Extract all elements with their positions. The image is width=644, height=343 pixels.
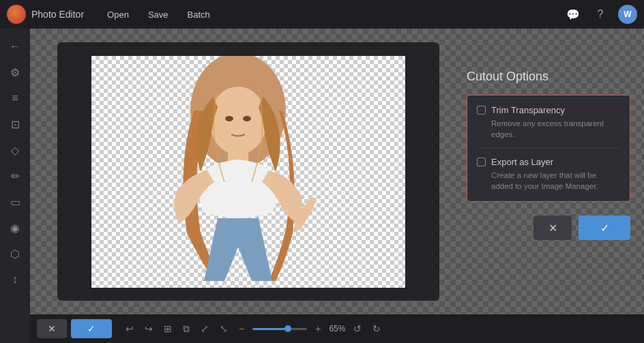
options-box: Trim Transparency Remove any excess tran… (467, 95, 630, 202)
zoom-plus-icon[interactable]: + (312, 323, 323, 334)
trim-transparency-label-row: Trim Transparency (477, 105, 620, 115)
menu-open[interactable]: Open (98, 10, 138, 20)
back-icon[interactable]: ← (4, 35, 26, 57)
trim-transparency-row: Trim Transparency Remove any excess tran… (477, 105, 620, 140)
menu-batch[interactable]: Batch (178, 10, 220, 20)
app-logo (7, 5, 26, 24)
arrow-icon[interactable]: ↕ (4, 269, 26, 290)
image-frame (91, 56, 405, 288)
menu-save[interactable]: Save (138, 10, 178, 20)
export-as-layer-label-row: Export as Layer (477, 157, 620, 167)
layers-icon[interactable]: ⧉ (180, 323, 192, 335)
woman-cutout (112, 56, 371, 288)
adjustments-icon[interactable]: ⚙ (4, 61, 26, 83)
svg-point-1 (209, 87, 267, 155)
zoom-label: 65% (329, 324, 345, 333)
top-bar-right: 💬 ? W (564, 5, 637, 24)
svg-point-3 (225, 116, 233, 121)
slider-track (252, 328, 307, 330)
eye-icon[interactable]: ◉ (4, 217, 26, 239)
undo-icon[interactable]: ↩ (123, 323, 136, 334)
cancel-button[interactable]: ✕ (533, 215, 572, 240)
slider-thumb (284, 325, 291, 332)
top-bar: Photo Editor Open Save Batch 💬 ? W (0, 0, 644, 29)
action-buttons: ✕ ✓ (467, 215, 630, 240)
fx-icon[interactable]: ⬡ (4, 243, 26, 265)
main-area: Cutout Options Trim Transparency Remove … (30, 29, 644, 314)
rect-icon[interactable]: ▭ (4, 191, 26, 213)
app-title: Photo Editor (31, 9, 84, 20)
crop-icon[interactable]: ⊡ (4, 113, 26, 135)
chat-icon[interactable]: 💬 (564, 5, 583, 24)
svg-point-4 (243, 116, 251, 121)
export-as-layer-checkbox[interactable] (477, 158, 486, 166)
grid-icon[interactable]: ⊞ (161, 323, 175, 334)
export-as-layer-desc: Create a new layer that will be added to… (477, 170, 620, 192)
filter-icon[interactable]: ≡ (4, 87, 26, 109)
help-icon[interactable]: ? (591, 5, 610, 24)
zoom-slider[interactable] (252, 328, 307, 330)
rotate-right-icon[interactable]: ↻ (370, 323, 383, 334)
expand-icon[interactable]: ⤢ (198, 323, 211, 334)
overlay-panel (57, 42, 439, 301)
brush-icon[interactable]: ✏ (4, 165, 26, 187)
rotate-left-icon[interactable]: ↺ (351, 323, 364, 334)
bottom-confirm-button[interactable]: ✓ (71, 319, 112, 338)
trim-transparency-checkbox[interactable] (477, 106, 486, 115)
bottom-left-buttons: ✕ ✓ (37, 319, 112, 338)
user-avatar[interactable]: W (618, 5, 637, 24)
export-as-layer-row: Export as Layer Create a new layer that … (477, 157, 620, 192)
cutout-options-title: Cutout Options (467, 70, 630, 84)
confirm-button[interactable]: ✓ (579, 215, 630, 240)
bottom-cancel-button[interactable]: ✕ (37, 319, 67, 338)
options-divider (477, 148, 620, 149)
export-icon[interactable]: ⤡ (217, 323, 231, 334)
shape-icon[interactable]: ◇ (4, 139, 26, 161)
export-as-layer-label: Export as Layer (491, 157, 553, 167)
redo-icon[interactable]: ↪ (142, 323, 156, 334)
zoom-minus-icon[interactable]: − (236, 323, 247, 334)
left-sidebar: ← ⚙ ≡ ⊡ ◇ ✏ ▭ ◉ ⬡ ↕ (0, 29, 30, 343)
trim-transparency-label: Trim Transparency (491, 105, 565, 115)
trim-transparency-desc: Remove any excess transparent edges. (477, 118, 620, 140)
cutout-options-panel: Cutout Options Trim Transparency Remove … (467, 70, 630, 240)
bottom-bar: ✕ ✓ ↩ ↪ ⊞ ⧉ ⤢ ⤡ − + 65% ↺ ↻ (30, 314, 644, 343)
